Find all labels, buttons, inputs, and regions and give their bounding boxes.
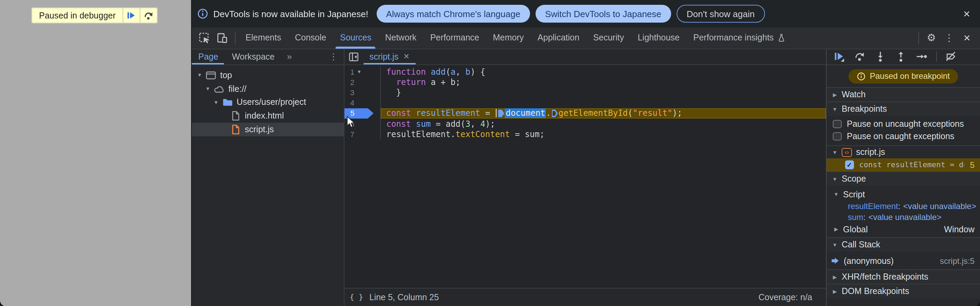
code-line-1[interactable]: 1▼function add(a, b) {: [344, 67, 826, 77]
call-stack-section-header[interactable]: ▼ Call Stack: [827, 237, 980, 252]
code-line-4[interactable]: 4: [344, 98, 826, 108]
tab-lighthouse[interactable]: Lighthouse: [631, 27, 686, 48]
deactivate-breakpoints-button[interactable]: [945, 51, 957, 63]
tree-item-label: Users/user/project: [237, 98, 306, 107]
code-editor[interactable]: 1▼function add(a, b) {2 return a + b;3 }…: [344, 65, 826, 288]
line-number[interactable]: 2: [344, 78, 355, 86]
code-line-3[interactable]: 3 }: [344, 88, 826, 98]
code-token: const: [386, 119, 411, 129]
navigator-tab-workspace[interactable]: Workspace: [231, 49, 276, 64]
code-line-7[interactable]: 7resultElement.textContent = sum;: [344, 129, 826, 139]
pause-uncaught-checkbox[interactable]: [833, 120, 841, 129]
tab-security[interactable]: Security: [586, 27, 631, 48]
scope-variable-sum[interactable]: sum:<value unavailable>: [827, 212, 980, 223]
dont-show-again-button[interactable]: Don't show again: [676, 5, 765, 22]
tree-item-users-user-project[interactable]: ▼Users/user/project: [191, 96, 344, 109]
expanded-triangle-icon[interactable]: ▼: [204, 86, 212, 92]
code-line-text: resultElement.textContent = sum;: [381, 129, 826, 139]
pretty-print-icon[interactable]: { }: [350, 293, 363, 302]
scope-script-group[interactable]: ▼ Script: [827, 188, 980, 201]
code-line-5[interactable]: 5const resultElement = document.getEleme…: [344, 108, 826, 119]
tab-memory[interactable]: Memory: [486, 27, 531, 48]
hide-navigator-button[interactable]: [344, 52, 363, 62]
more-options-kebab-icon[interactable]: ⋮: [940, 27, 958, 48]
infobar-close-icon[interactable]: ✕: [963, 9, 970, 18]
tab-application[interactable]: Application: [531, 27, 586, 48]
tab-performance-insights[interactable]: Performance insights: [687, 27, 792, 48]
breakpoint-file-group[interactable]: ▼ ‹› script.js: [827, 145, 980, 158]
tree-item-script-js[interactable]: script.js: [191, 123, 344, 136]
code-token: ) {: [471, 67, 485, 76]
scope-global-label: Global: [843, 225, 868, 234]
breakpoint-enabled-checkbox[interactable]: ✓: [845, 161, 854, 169]
settings-gear-icon[interactable]: ⚙: [923, 27, 940, 48]
frame-icon: [205, 70, 216, 81]
breakpoint-line-number: 5: [970, 160, 975, 170]
breakpoints-section-header[interactable]: ▼ Breakpoints: [827, 101, 980, 116]
toggle-device-toolbar-button[interactable]: [213, 27, 231, 48]
line-number[interactable]: 4: [344, 99, 355, 107]
more-tabs-chevron-icon[interactable]: »: [287, 52, 292, 62]
code-token: a: [450, 67, 455, 76]
scope-global-group[interactable]: ▶ Global Window: [827, 223, 980, 236]
tree-item-top[interactable]: ▼top: [191, 69, 344, 82]
inspect-element-button[interactable]: [196, 27, 213, 48]
tab-sources[interactable]: Sources: [333, 27, 379, 48]
line-number[interactable]: 7: [344, 130, 355, 138]
tree-item-label: index.html: [245, 112, 284, 121]
navigator-tab-page[interactable]: Page: [197, 49, 220, 64]
code-token: textContent: [455, 129, 510, 139]
variable-colon: :: [898, 201, 900, 211]
pause-uncaught-exceptions-row[interactable]: Pause on uncaught exceptions: [827, 118, 980, 130]
variable-name: resultElement: [848, 201, 898, 211]
step-out-button[interactable]: [895, 51, 907, 63]
dom-breakpoints-section-header[interactable]: ▶ DOM Breakpoints: [827, 284, 980, 298]
resume-icon: [127, 11, 136, 20]
code-line-2[interactable]: 2 return a + b;: [344, 77, 826, 87]
inline-breakpoint-marker-active[interactable]: [498, 110, 504, 117]
step-button[interactable]: [916, 51, 927, 63]
code-line-6[interactable]: 6const sum = add(3, 4);: [344, 119, 826, 129]
tab-network[interactable]: Network: [379, 27, 423, 48]
call-stack-frame[interactable]: (anonymous)script.js:5: [827, 254, 980, 267]
step-into-button[interactable]: [875, 51, 886, 63]
expanded-triangle-icon[interactable]: ▼: [212, 99, 220, 105]
editor-tab-scriptjs[interactable]: script.js ✕: [363, 49, 416, 64]
line-number[interactable]: 3: [344, 88, 355, 97]
code-token: ,: [471, 119, 480, 129]
always-match-language-button[interactable]: Always match Chrome's language: [376, 5, 530, 22]
sources-panel: Page Workspace » ⋮ ▼top▼file://▼Users/us…: [191, 49, 980, 306]
scope-title: Scope: [842, 174, 866, 184]
editor-tab-close-icon[interactable]: ✕: [403, 53, 409, 61]
pause-caught-checkbox[interactable]: [833, 132, 841, 141]
breakpoint-entry-line5[interactable]: ✓ const resultElement = doc··· 5: [827, 158, 980, 171]
expanded-triangle-icon[interactable]: ▼: [196, 72, 204, 78]
tree-item-label: file://: [228, 84, 247, 94]
banner-resume-button[interactable]: [123, 8, 140, 22]
editor-status-bar: { } Line 5, Column 25 Coverage: n/a: [344, 288, 826, 306]
gutter-divider: [364, 67, 381, 77]
tree-item-file[interactable]: ▼file://: [191, 82, 344, 96]
breakpoint-file-label: script.js: [856, 147, 885, 157]
editor-tab-label: script.js: [369, 52, 399, 62]
inline-breakpoint-marker[interactable]: [552, 110, 558, 117]
devtools-close-icon[interactable]: ✕: [958, 27, 976, 48]
code-fold-icon[interactable]: ▼: [355, 69, 364, 74]
gutter-divider: [364, 88, 381, 98]
tab-elements[interactable]: Elements: [239, 27, 288, 48]
switch-devtools-japanese-button[interactable]: Switch DevTools to Japanese: [536, 5, 671, 22]
tab-performance[interactable]: Performance: [423, 27, 486, 48]
navigator-kebab-icon[interactable]: ⋮: [329, 52, 338, 62]
banner-step-over-button[interactable]: [140, 8, 157, 22]
xhr-breakpoints-section-header[interactable]: ▶ XHR/fetch Breakpoints: [827, 269, 980, 284]
line-number[interactable]: 1: [344, 67, 355, 76]
tree-item-index-html[interactable]: index.html: [191, 109, 344, 123]
scope-variable-resultelement[interactable]: resultElement:<value unavailable>: [827, 201, 980, 212]
resume-script-button[interactable]: [834, 51, 845, 63]
watch-section-header[interactable]: ▶ Watch: [827, 87, 980, 101]
pause-caught-exceptions-row[interactable]: Pause on caught exceptions: [827, 130, 980, 143]
gutter-divider: [364, 77, 381, 87]
step-over-button[interactable]: [854, 51, 865, 63]
tab-console[interactable]: Console: [288, 27, 333, 48]
scope-section-header[interactable]: ▼ Scope: [827, 171, 980, 186]
